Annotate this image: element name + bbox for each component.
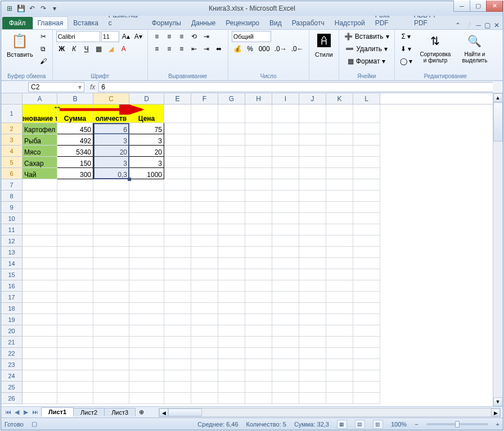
- cell-C23[interactable]: [93, 359, 129, 370]
- comma-button[interactable]: 000: [257, 43, 272, 55]
- cell-J16[interactable]: [299, 280, 326, 292]
- cell-C12[interactable]: [93, 235, 129, 247]
- fx-icon[interactable]: fx: [87, 83, 98, 91]
- cell-H21[interactable]: [245, 337, 272, 348]
- fill-handle[interactable]: [128, 178, 131, 181]
- cell-I20[interactable]: [272, 325, 299, 337]
- cell-F23[interactable]: [191, 359, 218, 370]
- cell-A1[interactable]: енование т: [22, 105, 57, 123]
- cell-H20[interactable]: [245, 325, 272, 337]
- cell-C22[interactable]: [93, 348, 129, 359]
- cell-L14[interactable]: [353, 258, 380, 269]
- cell-K11[interactable]: [326, 224, 353, 235]
- cell-E24[interactable]: [164, 370, 191, 382]
- cell-L8[interactable]: [353, 190, 380, 202]
- row-header-9[interactable]: 9: [1, 202, 22, 213]
- hscroll-thumb[interactable]: [168, 409, 202, 416]
- cell-G11[interactable]: [218, 224, 245, 235]
- cell-H5[interactable]: [245, 157, 272, 168]
- cell-I11[interactable]: [272, 224, 299, 235]
- cell-K19[interactable]: [326, 314, 353, 325]
- cell-I9[interactable]: [272, 202, 299, 213]
- row-header-14[interactable]: 14: [1, 258, 22, 269]
- cell-B14[interactable]: [57, 258, 93, 269]
- cell-C18[interactable]: [93, 303, 129, 314]
- cell-F25[interactable]: [191, 382, 218, 393]
- cell-D17[interactable]: [129, 292, 164, 303]
- cell-H13[interactable]: [245, 247, 272, 258]
- cell-D5[interactable]: 3: [129, 157, 164, 168]
- cell-C19[interactable]: [93, 314, 129, 325]
- workbook-restore-icon[interactable]: ▢: [484, 21, 490, 29]
- cell-A19[interactable]: [22, 314, 57, 325]
- cell-J9[interactable]: [299, 202, 326, 213]
- cell-G12[interactable]: [218, 235, 245, 247]
- cell-C25[interactable]: [93, 382, 129, 393]
- cell-B10[interactable]: [57, 213, 93, 224]
- cell-B7[interactable]: [57, 179, 93, 190]
- row-header-26[interactable]: 26: [1, 393, 22, 404]
- cell-D3[interactable]: 3: [129, 134, 164, 146]
- cell-K20[interactable]: [326, 325, 353, 337]
- cell-K3[interactable]: [326, 134, 353, 146]
- zoom-thumb[interactable]: [455, 421, 460, 428]
- italic-button[interactable]: К: [69, 43, 80, 55]
- cell-G10[interactable]: [218, 213, 245, 224]
- autosum-button[interactable]: Σ ▾: [398, 31, 414, 42]
- row-header-25[interactable]: 25: [1, 382, 22, 393]
- cell-H2[interactable]: [245, 123, 272, 134]
- cell-F4[interactable]: [191, 146, 218, 157]
- format-cells-button[interactable]: ▦Формат ▾: [343, 56, 391, 67]
- save-button[interactable]: 💾: [16, 3, 26, 13]
- cell-I6[interactable]: [272, 168, 299, 179]
- cell-G8[interactable]: [218, 190, 245, 202]
- cell-G23[interactable]: [218, 359, 245, 370]
- cell-K14[interactable]: [326, 258, 353, 269]
- cell-K7[interactable]: [326, 179, 353, 190]
- cell-H25[interactable]: [245, 382, 272, 393]
- cell-F5[interactable]: [191, 157, 218, 168]
- cell-H14[interactable]: [245, 258, 272, 269]
- cell-B3[interactable]: 492: [57, 134, 93, 146]
- tab-view[interactable]: Вид: [264, 16, 287, 29]
- cell-B25[interactable]: [57, 382, 93, 393]
- font-name-combo[interactable]: [56, 31, 100, 42]
- decrease-decimal-button[interactable]: .0←: [290, 43, 305, 55]
- cell-C17[interactable]: [93, 292, 129, 303]
- cell-J22[interactable]: [299, 348, 326, 359]
- cell-J2[interactable]: [299, 123, 326, 134]
- cell-K21[interactable]: [326, 337, 353, 348]
- undo-button[interactable]: ↶: [27, 3, 37, 13]
- cell-K2[interactable]: [326, 123, 353, 134]
- cell-J11[interactable]: [299, 224, 326, 235]
- cell-C20[interactable]: [93, 325, 129, 337]
- border-button[interactable]: ▦: [93, 43, 105, 55]
- cell-E12[interactable]: [164, 235, 191, 247]
- cell-C3[interactable]: 3: [93, 134, 129, 146]
- cell-D19[interactable]: [129, 314, 164, 325]
- cell-J7[interactable]: [299, 179, 326, 190]
- cell-L17[interactable]: [353, 292, 380, 303]
- cell-A10[interactable]: [22, 213, 57, 224]
- cell-E25[interactable]: [164, 382, 191, 393]
- row-header-17[interactable]: 17: [1, 292, 22, 303]
- cell-D18[interactable]: [129, 303, 164, 314]
- cell-K24[interactable]: [326, 370, 353, 382]
- col-header-I[interactable]: I: [272, 93, 299, 104]
- view-pagebreak-button[interactable]: ▥: [373, 420, 383, 429]
- workbook-min-icon[interactable]: ─: [476, 21, 481, 29]
- cell-L24[interactable]: [353, 370, 380, 382]
- scroll-left-button[interactable]: ◀: [159, 409, 168, 416]
- cell-E17[interactable]: [164, 292, 191, 303]
- cell-K23[interactable]: [326, 359, 353, 370]
- cell-C4[interactable]: 20: [93, 146, 129, 157]
- cell-J15[interactable]: [299, 269, 326, 280]
- cell-F20[interactable]: [191, 325, 218, 337]
- align-top-button[interactable]: ≡: [151, 31, 163, 42]
- cell-H26[interactable]: [245, 393, 272, 404]
- cell-D2[interactable]: 75: [129, 123, 164, 134]
- cell-E6[interactable]: [164, 168, 191, 179]
- cell-J19[interactable]: [299, 314, 326, 325]
- cell-H1[interactable]: [245, 105, 272, 123]
- cell-K26[interactable]: [326, 393, 353, 404]
